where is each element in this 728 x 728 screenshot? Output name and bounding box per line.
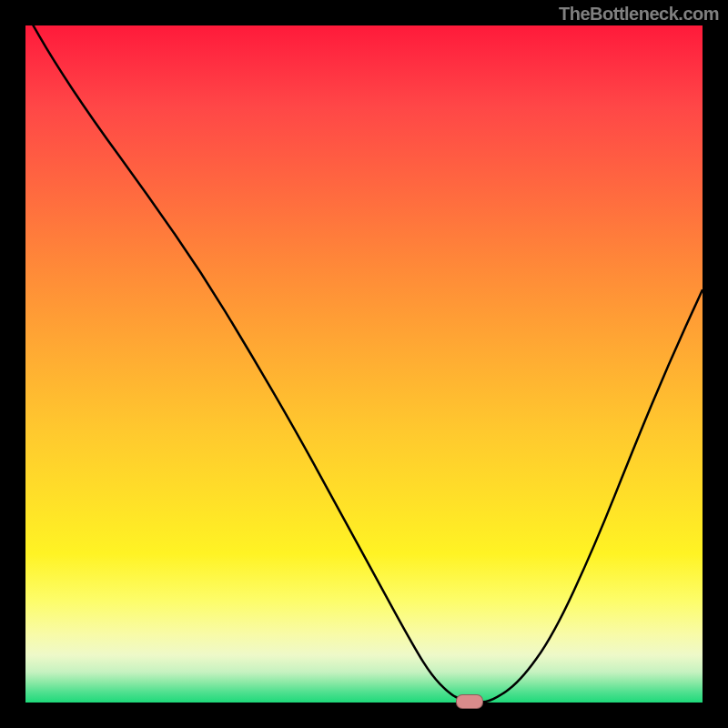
watermark-text: TheBottleneck.com (559, 4, 719, 25)
plot-area (25, 25, 703, 703)
optimum-marker (456, 694, 483, 709)
chart-frame: TheBottleneck.com (0, 0, 728, 728)
bottleneck-curve (25, 25, 703, 703)
